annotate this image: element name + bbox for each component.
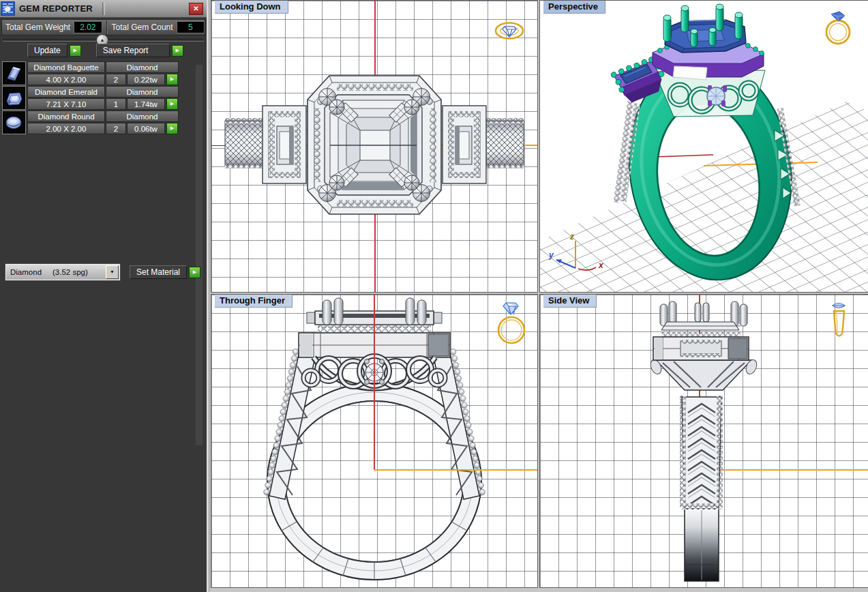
total-gem-count-value: 5: [177, 21, 205, 33]
panel-title: GEM REPORTER: [19, 3, 93, 14]
viewport-perspective[interactable]: z y x: [539, 0, 868, 293]
gem-size: 7.21 X 7.10: [27, 98, 105, 110]
ring-top-view-drawing: [211, 1, 537, 292]
set-material-button[interactable]: Set Material: [130, 265, 187, 279]
material-density: (3.52 spg): [53, 268, 106, 276]
total-gem-weight-label: Total Gem Weight: [2, 23, 74, 32]
gem-row-baguette[interactable]: Diamond Baguette Diamond 4.00 X 2.00 2 0…: [2, 61, 205, 85]
update-button[interactable]: Update: [27, 44, 68, 57]
viewport-label-side-view[interactable]: Side View: [543, 295, 597, 308]
gem-count: 2: [106, 123, 126, 134]
update-go-button[interactable]: ▶: [70, 45, 81, 57]
gem-list: Diamond Baguette Diamond 4.00 X 2.00 2 0…: [2, 61, 205, 135]
gem-expand-button[interactable]: ▶: [166, 98, 178, 110]
ring-perspective-drawing: z y x: [540, 1, 868, 292]
action-button-row: Update ▶ Save Report ▶: [0, 43, 207, 58]
gem-name: Diamond Baguette: [27, 61, 105, 73]
view-orientation-icon: [823, 300, 857, 348]
application-window: GEM REPORTER ✕ Total Gem Weight 2.02 Tot…: [0, 0, 868, 592]
viewport-label-perspective[interactable]: Perspective: [543, 1, 605, 14]
gem-size: 4.00 X 2.00: [27, 74, 105, 85]
gem-material: Diamond: [106, 86, 179, 98]
emerald-gem-icon: [2, 86, 26, 110]
gem-name: Diamond Emerald: [27, 86, 105, 98]
gem-weight: 0.06tw: [127, 123, 165, 134]
close-button[interactable]: ✕: [189, 3, 203, 15]
gem-reporter-icon: [1, 1, 15, 16]
gem-size: 2.00 X 2.00: [27, 123, 105, 134]
gem-material: Diamond: [106, 110, 179, 122]
round-gem-icon: [2, 110, 26, 134]
gem-reporter-panel: GEM REPORTER ✕ Total Gem Weight 2.02 Tot…: [0, 0, 207, 592]
gem-row-round[interactable]: Diamond Round Diamond 2.00 X 2.00 2 0.06…: [2, 110, 205, 134]
material-dropdown[interactable]: Diamond (3.52 spg) ▼: [5, 264, 120, 280]
save-report-button[interactable]: Save Report: [96, 44, 170, 57]
viewport-label-through-finger[interactable]: Through Finger: [215, 295, 293, 308]
viewport-through-finger[interactable]: Through Finger: [211, 294, 538, 588]
total-gem-count-label: Total Gem Count: [108, 23, 177, 32]
gem-reporter-titlebar[interactable]: GEM REPORTER ✕: [0, 0, 207, 18]
head: [648, 301, 759, 390]
viewport-label-looking-down[interactable]: Looking Down: [215, 1, 288, 14]
total-gem-weight-value: 2.02: [74, 21, 102, 33]
dropdown-arrow-icon[interactable]: ▼: [106, 265, 119, 279]
gem-weight: 0.22tw: [127, 74, 165, 85]
viewport-area: Looking Down: [207, 0, 868, 592]
viewport-looking-down[interactable]: Looking Down: [211, 0, 538, 293]
gem-count: 2: [106, 74, 126, 85]
view-orientation-icon: [491, 17, 532, 44]
gem-count: 1: [106, 98, 126, 110]
panel-splitter[interactable]: [207, 0, 209, 592]
svg-text:z: z: [569, 232, 574, 241]
material-name: Diamond: [6, 268, 53, 276]
material-row: Diamond (3.52 spg) ▼ Set Material ▶: [5, 264, 203, 280]
gem-summary-bar: Total Gem Weight 2.02 Total Gem Count 5: [1, 19, 205, 35]
x-axis-line: [374, 469, 537, 471]
titlebar-separator: [102, 2, 105, 15]
viewport-side-view[interactable]: Side View: [539, 294, 868, 588]
gem-row-emerald[interactable]: Diamond Emerald Diamond 7.21 X 7.10 1 1.…: [2, 86, 205, 110]
gem-name: Diamond Round: [27, 110, 105, 122]
ring-side-view-drawing: [540, 295, 868, 587]
panel-scrollbar[interactable]: [196, 65, 203, 445]
save-report-go-button[interactable]: ▶: [172, 45, 183, 57]
baguette-gem-icon: [2, 61, 26, 85]
gem-expand-button[interactable]: ▶: [166, 74, 178, 85]
set-material-go-button[interactable]: ▶: [189, 267, 200, 278]
field-separator: [106, 20, 107, 34]
view-orientation-icon: [820, 8, 860, 48]
gem-expand-button[interactable]: ▶: [166, 123, 178, 134]
z-axis-line: [374, 295, 375, 470]
view-orientation-icon: [496, 300, 530, 348]
svg-text:y: y: [548, 250, 554, 260]
gem-material: Diamond: [106, 61, 179, 73]
gallery-round-gem: [707, 85, 727, 106]
svg-text:x: x: [598, 261, 604, 270]
gem-weight: 1.74tw: [127, 98, 165, 110]
